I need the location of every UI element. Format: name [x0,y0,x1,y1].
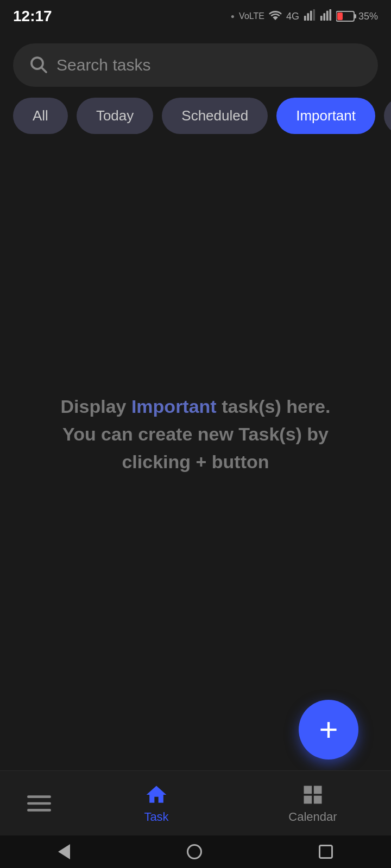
bottom-nav: Task Calendar [0,770,391,835]
calendar-label: Calendar [288,810,337,824]
tab-today[interactable]: Today [77,98,153,134]
svg-rect-3 [313,9,315,21]
search-bar[interactable]: Search tasks [13,43,378,87]
tab-scheduled[interactable]: Scheduled [162,98,268,134]
back-button[interactable] [58,844,70,859]
svg-rect-5 [323,13,325,21]
empty-prefix: Display [61,396,131,417]
home-icon [144,783,168,807]
menu-icon [27,792,51,815]
plus-icon: + [319,713,338,746]
svg-line-12 [42,68,46,72]
home-button[interactable] [187,844,202,859]
signal-bars-icon [304,9,316,24]
svg-rect-15 [27,809,51,812]
svg-rect-7 [329,9,331,21]
search-icon [28,54,48,76]
svg-rect-1 [307,13,309,21]
svg-rect-14 [27,802,51,805]
calendar-icon [301,783,325,807]
filter-tabs: All Today Scheduled Important Complete [0,98,391,134]
empty-highlight: Important [131,396,217,417]
svg-rect-2 [310,10,312,20]
dot-icon: ● [231,12,235,20]
tab-all[interactable]: All [13,98,68,134]
recents-button[interactable] [319,845,333,859]
svg-rect-6 [326,10,329,20]
tab-important[interactable]: Important [276,98,375,134]
empty-state: Display Important task(s) here.You can c… [0,393,391,476]
nav-task[interactable]: Task [78,783,235,824]
battery-percent: 35% [358,11,378,22]
nav-menu[interactable] [0,792,78,815]
wifi-icon [269,9,282,24]
status-bar: 12:17 ● VoLTE 4G [0,0,391,33]
system-nav-bar [0,835,391,868]
status-time: 12:17 [13,8,52,25]
svg-rect-0 [304,15,306,20]
svg-rect-9 [354,14,356,18]
battery-icon: 35% [336,10,378,22]
nav-calendar[interactable]: Calendar [235,783,391,824]
svg-rect-13 [27,795,51,798]
tab-complete[interactable]: Complete [384,98,391,134]
add-task-button[interactable]: + [299,700,358,760]
search-placeholder: Search tasks [56,56,150,74]
signal-4g-icon: 4G [286,11,299,22]
svg-rect-10 [337,12,343,20]
status-icons: ● VoLTE 4G [231,9,378,24]
task-label: Task [144,810,168,824]
empty-state-text: Display Important task(s) here.You can c… [22,393,369,476]
svg-rect-4 [320,15,323,20]
signal-bars2-icon [320,9,332,24]
volte-icon: VoLTE [239,11,264,21]
